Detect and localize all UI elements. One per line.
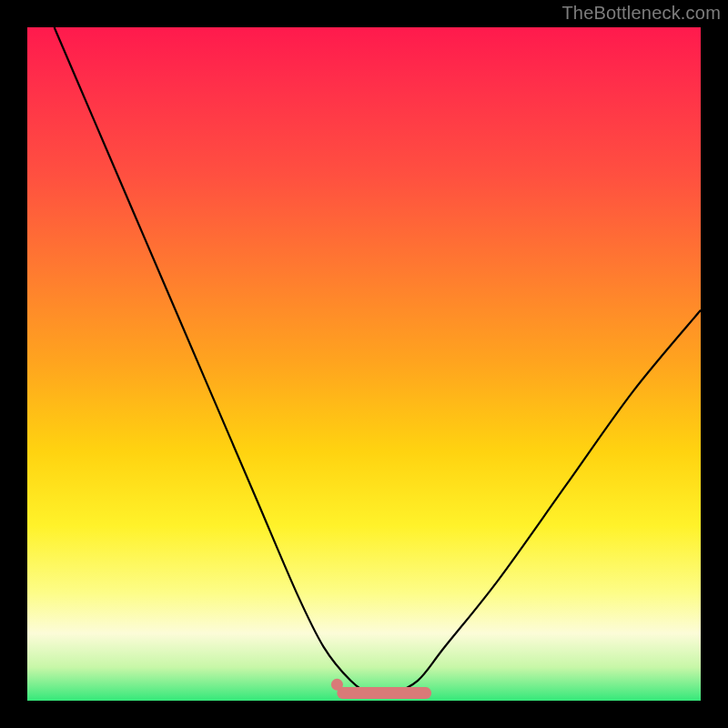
- optimal-range-band: [337, 687, 431, 699]
- watermark-text: TheBottleneck.com: [561, 3, 721, 24]
- chart-frame: TheBottleneck.com: [0, 0, 728, 728]
- start-dot: [331, 679, 343, 691]
- bottleneck-curve: [55, 27, 701, 695]
- chart-overlay: [27, 27, 701, 701]
